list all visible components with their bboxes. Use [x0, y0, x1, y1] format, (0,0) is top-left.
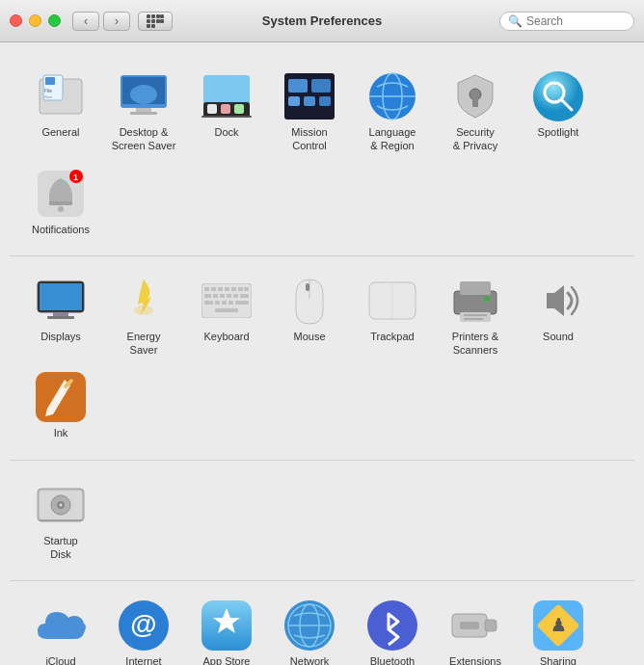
nav-buttons: ‹ › [72, 12, 130, 31]
window-title: System Preferences [262, 13, 382, 28]
spotlight-icon [533, 71, 583, 121]
general-label: General [41, 125, 79, 139]
internet-label: InternetAccounts [121, 654, 165, 665]
svg-rect-69 [215, 308, 238, 312]
svg-rect-31 [319, 96, 331, 106]
svg-rect-24 [234, 104, 244, 114]
svg-rect-25 [201, 116, 252, 118]
svg-rect-55 [231, 287, 236, 291]
svg-rect-87 [40, 519, 82, 521]
keyboard-icon [201, 276, 252, 326]
bluetooth-label: Bluetooth [370, 654, 415, 665]
sound-label: Sound [543, 330, 574, 343]
svg-rect-5 [151, 19, 155, 23]
pref-item-security[interactable]: Security& Privacy [436, 66, 515, 159]
svg-rect-28 [311, 79, 331, 93]
svg-rect-57 [244, 287, 249, 291]
svg-rect-29 [288, 96, 300, 106]
startup-section: StartupDisk [10, 465, 634, 582]
internet-icon: @ [119, 600, 169, 651]
search-input[interactable] [526, 14, 626, 28]
internet-section: iCloud @ InternetAccounts [10, 585, 634, 665]
svg-rect-23 [221, 104, 230, 114]
pref-item-bluetooth[interactable]: Bluetooth [353, 595, 432, 665]
svg-rect-66 [222, 301, 227, 305]
pref-item-spotlight[interactable]: Spotlight [519, 66, 598, 159]
mission-icon [284, 71, 335, 121]
icloud-icon [36, 600, 86, 651]
displays-label: Displays [40, 330, 81, 343]
pref-item-language[interactable]: Language& Region [353, 66, 432, 159]
pref-item-network[interactable]: Network [270, 595, 349, 665]
pref-item-trackpad[interactable]: Trackpad [353, 270, 432, 363]
pref-item-ink[interactable]: Ink [21, 366, 100, 445]
svg-rect-46 [40, 283, 82, 310]
svg-text:@: @ [130, 609, 156, 639]
pref-item-sharing[interactable]: ♟ Sharing [519, 595, 598, 665]
pref-item-keyboard[interactable]: Keyboard [187, 270, 266, 363]
bluetooth-icon [367, 600, 417, 651]
close-button[interactable] [10, 14, 22, 27]
svg-rect-78 [464, 318, 483, 320]
svg-rect-36 [472, 99, 478, 107]
pref-item-desktop[interactable]: Desktop &Screen Saver [104, 66, 183, 159]
pref-item-sound[interactable]: Sound [519, 270, 598, 363]
dock-label: Dock [214, 125, 238, 139]
hardware-section: Displays EnergySaver [10, 260, 634, 461]
pref-item-appstore[interactable]: App Store [187, 595, 266, 665]
ink-label: Ink [54, 426, 68, 439]
svg-rect-2 [156, 14, 160, 18]
pref-item-dock[interactable]: Dock [187, 66, 266, 159]
svg-rect-54 [225, 287, 229, 291]
trackpad-icon [367, 276, 417, 326]
sharing-icon: ♟ [533, 600, 583, 651]
dock-icon [201, 71, 252, 121]
forward-button[interactable]: › [103, 12, 130, 31]
maximize-button[interactable] [48, 14, 61, 27]
svg-rect-67 [228, 301, 233, 305]
mission-label: MissionControl [291, 125, 327, 153]
svg-rect-63 [240, 294, 249, 298]
svg-rect-61 [227, 294, 231, 298]
svg-rect-9 [151, 24, 155, 28]
svg-rect-99 [460, 622, 479, 629]
back-button[interactable]: ‹ [72, 12, 99, 31]
mouse-label: Mouse [293, 330, 325, 343]
extensions-label: Extensions [449, 654, 501, 665]
notifications-icon: 1 [36, 169, 86, 219]
svg-rect-0 [147, 14, 150, 18]
pref-item-energy[interactable]: EnergySaver [104, 270, 183, 363]
appstore-icon [201, 600, 252, 651]
svg-rect-51 [204, 287, 209, 291]
printers-label: Printers &Scanners [452, 330, 498, 358]
show-all-button[interactable] [138, 12, 173, 31]
language-label: Language& Region [369, 125, 416, 153]
energy-label: EnergySaver [127, 330, 161, 358]
svg-rect-22 [207, 104, 217, 114]
svg-rect-18 [136, 108, 151, 112]
pref-item-internet[interactable]: @ InternetAccounts [104, 595, 183, 665]
pref-item-notifications[interactable]: 1 Notifications [21, 163, 100, 242]
minimize-button[interactable] [29, 14, 41, 27]
titlebar: ‹ › System Preferences 🔍 [0, 0, 644, 42]
pref-item-extensions[interactable]: Extensions [436, 595, 515, 665]
svg-rect-8 [147, 24, 150, 28]
pref-item-printers[interactable]: Printers &Scanners [436, 270, 515, 363]
traffic-lights [10, 14, 61, 27]
svg-rect-62 [233, 294, 238, 298]
search-box[interactable]: 🔍 [499, 12, 634, 31]
pref-item-icloud[interactable]: iCloud [21, 595, 100, 665]
pref-item-startup[interactable]: StartupDisk [21, 474, 100, 568]
pref-item-general[interactable]: File New General [21, 66, 100, 159]
startup-icon [36, 480, 86, 530]
svg-point-37 [533, 71, 583, 121]
svg-text:1: 1 [73, 173, 78, 182]
mouse-icon [284, 276, 335, 326]
pref-item-mouse[interactable]: Mouse [270, 270, 349, 363]
svg-rect-52 [211, 287, 216, 291]
pref-item-mission[interactable]: MissionControl [270, 66, 349, 159]
svg-rect-7 [160, 19, 164, 23]
general-icon: File New [36, 71, 86, 121]
svg-point-35 [470, 89, 481, 100]
pref-item-displays[interactable]: Displays [21, 270, 100, 363]
